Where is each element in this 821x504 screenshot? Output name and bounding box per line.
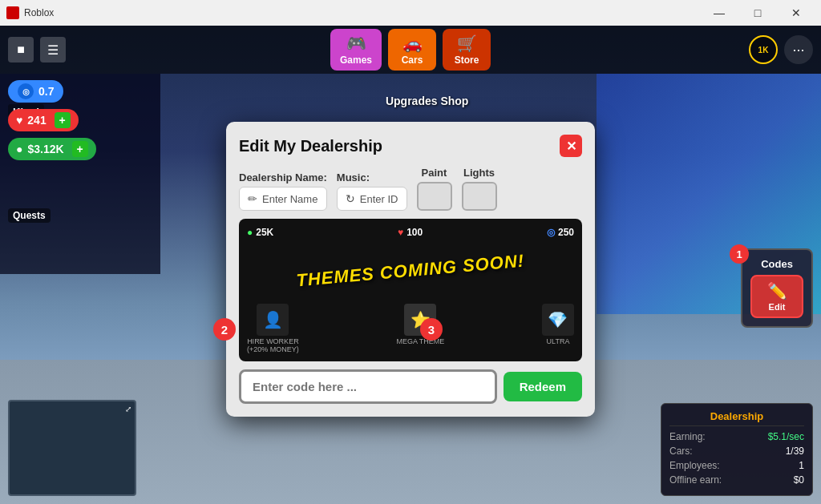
music-input[interactable]: ↻ Enter ID	[337, 187, 407, 211]
coin-badge[interactable]: 1K	[749, 35, 778, 64]
store-icon: 🛒	[457, 34, 477, 53]
badge-3: 3	[420, 318, 443, 341]
dialog-fields: Dealership Name: ✏ Enter Name Music: ↻ E…	[239, 167, 582, 211]
stat-money-value: 25K	[256, 227, 273, 238]
games-label: Games	[340, 54, 372, 66]
hire-worker-icon: 👤	[257, 304, 289, 336]
stat-hearts-value: 100	[406, 227, 423, 238]
lights-label: Lights	[463, 167, 495, 179]
minimize-button[interactable]: —	[701, 0, 738, 26]
themes-coming-soon: THEMES COMING SOON!	[296, 251, 526, 292]
app-icon	[6, 6, 19, 19]
more-button[interactable]: ···	[784, 35, 813, 64]
name-input[interactable]: ✏ Enter Name	[239, 187, 327, 211]
taskbar-right: 1K ···	[749, 35, 813, 64]
cars-label: Cars	[402, 54, 423, 66]
dialog-close-button[interactable]: ✕	[560, 135, 582, 157]
games-icon: 🎮	[346, 34, 366, 53]
games-button[interactable]: 🎮 Games	[330, 29, 382, 71]
lights-group: Lights	[462, 167, 497, 211]
dialog-overlay: 2 3 Edit My Dealership ✕ Dealership Name…	[0, 74, 821, 504]
music-field-label: Music:	[337, 171, 407, 183]
stat-hearts: ♥ 100	[398, 227, 423, 238]
stat-money: ● 25K	[247, 227, 273, 238]
themes-panel: ● 25K ♥ 100 ◎ 250 THEMES COMING SOON! 👤	[239, 219, 582, 361]
paint-swatch[interactable]	[417, 182, 452, 211]
theme-item-1-label: HIRE WORKER(+20% MONEY)	[247, 337, 299, 353]
taskbar: ■ ☰ 🎮 Games 🚗 Cars 🛒 Store 1K ···	[0, 26, 821, 74]
ultra-icon: 💎	[542, 304, 574, 336]
music-icon: ↻	[346, 192, 355, 205]
store-label: Store	[455, 54, 479, 66]
menu-icon[interactable]: ☰	[40, 37, 66, 62]
themes-center: THEMES COMING SOON!	[247, 244, 574, 297]
music-placeholder: Enter ID	[360, 193, 398, 205]
app-title: Roblox	[24, 7, 701, 18]
paint-group: Paint	[417, 167, 452, 211]
redeem-button[interactable]: Redeem	[504, 372, 582, 401]
taskbar-left: ■ ☰	[8, 37, 66, 62]
money-icon-green: ●	[247, 227, 253, 238]
dialog-header: Edit My Dealership ✕	[239, 135, 582, 157]
badge-2: 2	[213, 318, 236, 341]
maximize-button[interactable]: □	[739, 0, 776, 26]
pencil-icon: ✏	[248, 192, 257, 205]
themes-stats: ● 25K ♥ 100 ◎ 250	[247, 227, 574, 238]
theme-item-1[interactable]: 👤 HIRE WORKER(+20% MONEY)	[247, 304, 299, 353]
stat-coins-value: 250	[558, 227, 574, 238]
theme-item-3[interactable]: 💎 ULTRA	[542, 304, 574, 353]
store-button[interactable]: 🛒 Store	[443, 29, 491, 71]
theme-item-3-label: ULTRA	[547, 337, 570, 345]
cars-button[interactable]: 🚗 Cars	[388, 29, 436, 71]
dialog-title: Edit My Dealership	[239, 137, 382, 155]
code-area: Redeem	[239, 369, 582, 404]
themes-bottom: 👤 HIRE WORKER(+20% MONEY) ⭐ MEGA THEME 💎…	[247, 304, 574, 353]
name-field-group: Dealership Name: ✏ Enter Name	[239, 171, 327, 211]
stat-coins: ◎ 250	[547, 227, 574, 238]
name-placeholder: Enter Name	[262, 193, 317, 205]
nav-buttons: 🎮 Games 🚗 Cars 🛒 Store	[330, 29, 491, 71]
cars-icon: 🚗	[402, 34, 423, 53]
coin-icon-blue: ◎	[547, 227, 555, 238]
name-field-label: Dealership Name:	[239, 171, 327, 183]
heart-icon-red: ♥	[398, 227, 403, 238]
window-controls: — □ ✕	[701, 0, 815, 26]
code-input[interactable]	[239, 369, 497, 404]
music-field-group: Music: ↻ Enter ID	[337, 171, 407, 211]
close-button[interactable]: ✕	[778, 0, 815, 26]
title-bar: Roblox — □ ✕	[0, 0, 821, 26]
edit-dealership-dialog: 2 3 Edit My Dealership ✕ Dealership Name…	[226, 122, 595, 417]
lights-swatch[interactable]	[462, 182, 497, 211]
paint-label: Paint	[422, 167, 447, 179]
roblox-icon[interactable]: ■	[8, 37, 34, 62]
